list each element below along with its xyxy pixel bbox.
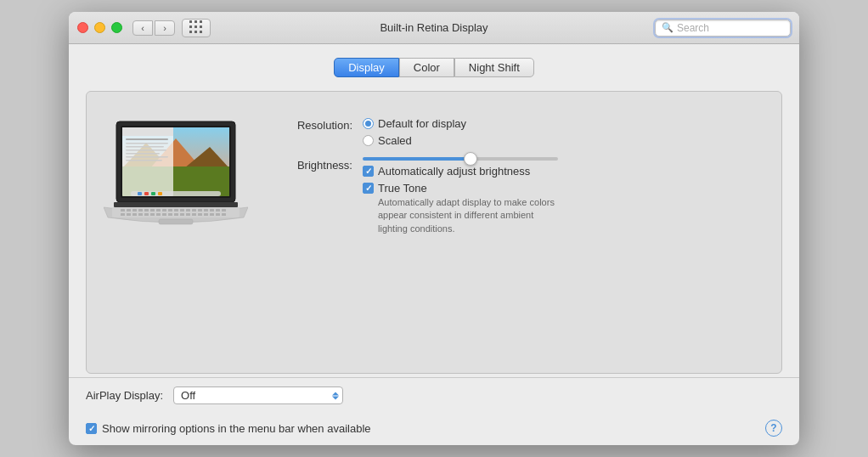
radio-scaled-button[interactable] [363,135,374,146]
true-tone-row[interactable]: ✓ True Tone Automatically adapt display … [363,182,565,235]
svg-rect-11 [126,146,164,148]
svg-rect-8 [122,127,173,136]
mirroring-label: Show mirroring options in the menu bar w… [102,422,371,435]
close-button[interactable] [77,22,88,33]
footer: ✓ Show mirroring options in the menu bar… [69,413,799,445]
maximize-button[interactable] [111,22,122,33]
search-input[interactable] [677,22,784,34]
svg-rect-55 [204,213,208,216]
brightness-label: Brightness: [278,157,363,172]
checkbox-check-icon: ✓ [365,167,372,176]
true-tone-description: Automatically adapt display to make colo… [378,196,565,235]
svg-rect-43 [132,213,137,216]
brightness-slider-row [363,157,565,161]
svg-rect-58 [222,213,226,216]
svg-rect-28 [150,209,155,212]
laptop-preview [104,109,252,356]
svg-rect-12 [126,150,166,151]
radio-default-label: Default for display [378,117,466,130]
brightness-slider-track[interactable] [363,157,558,161]
svg-rect-46 [150,213,155,216]
forward-button[interactable]: › [155,20,175,36]
settings-controls: Resolution: Default for display Scaled [278,109,764,356]
main-window: ‹ › Built-in Retina Display 🔍 Display Co… [69,12,799,445]
mirroring-row[interactable]: ✓ Show mirroring options in the menu bar… [86,422,371,435]
radio-default-button[interactable] [363,118,374,129]
settings-panel: Resolution: Default for display Scaled [86,91,782,374]
titlebar: ‹ › Built-in Retina Display 🔍 [69,12,799,44]
svg-rect-50 [174,213,178,216]
nav-buttons: ‹ › [132,20,175,36]
true-tone-label: True Tone [378,182,565,195]
svg-rect-44 [138,213,143,216]
svg-rect-33 [180,209,184,212]
svg-rect-24 [127,209,131,212]
auto-brightness-label: Automatically adjust brightness [378,165,530,178]
brightness-slider-thumb[interactable] [464,152,477,166]
tab-display[interactable]: Display [334,58,399,77]
svg-rect-40 [222,209,226,212]
svg-rect-7 [122,127,173,196]
svg-rect-19 [151,192,155,195]
svg-rect-38 [210,209,214,212]
svg-rect-32 [174,209,178,212]
grid-icon [189,20,204,35]
brightness-controls: ✓ Automatically adjust brightness ✓ True… [363,157,565,235]
svg-rect-23 [121,209,125,212]
mirroring-checkbox[interactable]: ✓ [86,423,97,434]
svg-rect-52 [186,213,190,216]
svg-rect-39 [216,209,220,212]
svg-rect-9 [126,138,168,140]
svg-rect-18 [144,192,149,195]
radio-scaled[interactable]: Scaled [363,134,466,147]
svg-rect-13 [126,153,160,155]
brightness-setting: Brightness: ✓ Automatically adjust brigh… [278,157,764,235]
grid-button[interactable] [182,19,211,37]
resolution-setting: Resolution: Default for display Scaled [278,117,764,147]
bottom-bar: AirPlay Display: Off On [69,377,799,413]
auto-brightness-row[interactable]: ✓ Automatically adjust brightness [363,165,565,178]
svg-rect-47 [156,213,161,216]
svg-rect-22 [112,207,240,217]
tab-bar: Display Color Night Shift [86,58,782,77]
svg-rect-49 [168,213,172,216]
svg-rect-34 [186,209,190,212]
radio-default[interactable]: Default for display [363,117,466,130]
tab-color[interactable]: Color [399,58,454,77]
svg-rect-14 [126,156,168,158]
svg-rect-26 [138,209,143,212]
auto-brightness-checkbox[interactable]: ✓ [363,166,374,177]
airplay-select-wrapper[interactable]: Off On [173,386,343,404]
svg-rect-54 [198,213,202,216]
airplay-select[interactable]: Off On [173,386,343,404]
svg-rect-51 [180,213,184,216]
svg-rect-31 [168,209,172,212]
minimize-button[interactable] [94,22,105,33]
svg-rect-16 [131,191,221,196]
svg-rect-37 [204,209,208,212]
svg-rect-59 [159,219,193,224]
search-box[interactable]: 🔍 [655,20,791,37]
search-icon: 🔍 [662,22,674,33]
svg-rect-42 [127,213,131,216]
true-tone-check-icon: ✓ [365,184,372,193]
true-tone-checkbox[interactable]: ✓ [363,183,374,194]
svg-rect-41 [121,213,125,216]
svg-rect-53 [192,213,196,216]
back-button[interactable]: ‹ [132,20,153,36]
help-button[interactable]: ? [765,420,782,437]
svg-rect-57 [216,213,220,216]
tab-night-shift[interactable]: Night Shift [454,58,534,77]
svg-rect-30 [162,209,166,212]
traffic-lights [77,22,122,33]
resolution-controls: Default for display Scaled [363,117,466,147]
radio-scaled-label: Scaled [378,134,412,147]
airplay-label: AirPlay Display: [86,389,163,402]
laptop-svg [104,117,248,228]
window-title: Built-in Retina Display [380,21,488,34]
svg-rect-27 [144,209,149,212]
svg-rect-15 [126,160,162,161]
svg-rect-29 [156,209,161,212]
svg-rect-17 [138,192,142,195]
svg-rect-56 [210,213,214,216]
